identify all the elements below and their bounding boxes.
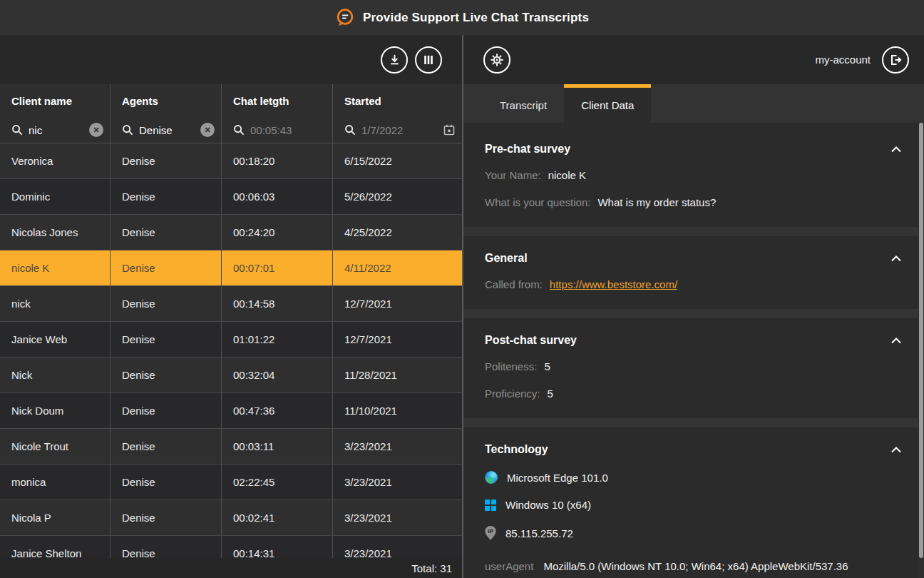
cell-started: 11/10/2021 (333, 393, 462, 428)
transcripts-panel: Client name Agents Chat letgth Started (0, 35, 463, 578)
section-separator (463, 227, 924, 236)
cell-client-name: monica (0, 465, 111, 500)
cell-started: 3/23/2021 (333, 500, 462, 535)
collapse-general-button[interactable] (890, 254, 903, 263)
cell-chat-length: 00:06:03 (222, 179, 333, 214)
cell-client-name: Nicole Trout (0, 429, 111, 464)
browser-row: Microsoft Edge 101.0 (485, 471, 903, 484)
columns-icon (422, 54, 435, 66)
search-icon (11, 124, 23, 136)
cell-client-name: nick (0, 286, 111, 321)
table-row[interactable]: Janice Web Denise 01:01:22 12/7/2021 (0, 322, 462, 358)
cell-started: 4/11/2022 (333, 250, 462, 285)
calendar-icon (443, 123, 456, 136)
field-value: 5 (548, 387, 553, 400)
edge-browser-icon (485, 471, 498, 484)
clear-agents-filter-button[interactable]: ✕ (200, 123, 215, 137)
field-label: Proficiency: (485, 387, 540, 400)
scrollbar-track[interactable] (918, 123, 924, 578)
table-row[interactable]: Nicolas Jones Denise 00:24:20 4/25/2022 (0, 215, 462, 250)
column-header-agents[interactable]: Agents (111, 84, 222, 117)
windows-icon (485, 500, 496, 511)
search-icon (122, 124, 133, 136)
agents-filter-input[interactable] (139, 124, 195, 136)
download-button[interactable] (381, 46, 408, 73)
column-header-started[interactable]: Started (333, 84, 462, 117)
table-row[interactable]: Dominic Denise 00:06:03 5/26/2022 (0, 179, 462, 215)
chevron-up-icon (891, 447, 901, 453)
date-picker-button[interactable] (443, 123, 456, 136)
table-row[interactable]: Veronica Denise 00:18:20 6/15/2022 (0, 143, 462, 179)
table-row[interactable]: Nick Denise 00:32:04 11/28/2021 (0, 358, 462, 393)
total-count: Total: 31 (411, 562, 452, 574)
details-toolbar: my-account (463, 35, 924, 84)
cell-started: 4/25/2022 (333, 215, 462, 250)
provide-support-logo-icon (335, 8, 354, 27)
called-from-link[interactable]: https://www.beststore.com/ (550, 278, 677, 290)
browser-value: Microsoft Edge 101.0 (507, 472, 608, 484)
cell-chat-length: 00:14:58 (222, 286, 333, 321)
svg-text:IP: IP (488, 529, 493, 534)
cell-client-name: Janice Web (0, 322, 111, 357)
cell-agent: Denise (111, 465, 222, 500)
cell-started: 11/28/2021 (333, 358, 462, 392)
cell-chat-length: 00:32:04 (222, 358, 333, 392)
cell-client-name: nicole K (0, 250, 111, 285)
cell-started: 3/23/2021 (333, 465, 462, 500)
section-separator (463, 418, 924, 427)
section-title: Pre-chat survey (485, 143, 570, 156)
details-tabs: Transcript Client Data (463, 84, 924, 123)
filter-row: ✕ ✕ (0, 117, 462, 143)
table-row[interactable]: nick Denise 00:14:58 12/7/2021 (0, 286, 462, 322)
transcripts-toolbar (0, 35, 462, 84)
collapse-technology-button[interactable] (890, 445, 903, 455)
tab-client-data[interactable]: Client Data (564, 84, 651, 123)
settings-button[interactable] (483, 46, 510, 73)
cell-client-name: Nick (0, 358, 111, 392)
chevron-up-icon (891, 338, 901, 344)
table-row[interactable]: Nicola P Denise 00:02:41 3/23/2021 (0, 500, 462, 536)
collapse-post-chat-button[interactable] (890, 336, 903, 345)
started-filter-input[interactable] (361, 124, 437, 136)
column-header-client-name[interactable]: Client name (0, 84, 111, 117)
field-row: Called from:https://www.beststore.com/ (485, 277, 903, 292)
cell-agent: Denise (111, 215, 222, 250)
cell-client-name: Nicola P (0, 500, 111, 535)
user-agent-row: userAgentMozilla/5.0 (Windows NT 10.0; W… (485, 557, 871, 578)
field-row: Proficiency:5 (485, 386, 903, 401)
collapse-pre-chat-button[interactable] (890, 145, 903, 154)
section-title: Technology (485, 443, 548, 456)
field-row: What is your question:What is my order s… (485, 195, 903, 210)
cell-chat-length: 00:02:41 (222, 500, 333, 535)
search-icon (344, 124, 356, 136)
logout-button[interactable] (882, 46, 909, 73)
columns-button[interactable] (415, 46, 442, 73)
app-title: Provide Support Live Chat Transcripts (363, 11, 589, 25)
cell-agent: Denise (111, 322, 222, 357)
table-row[interactable]: nicole K Denise 00:07:01 4/11/2022 (0, 250, 462, 286)
app-header: Provide Support Live Chat Transcripts (0, 0, 924, 35)
transcripts-table: Client name Agents Chat letgth Started (0, 84, 462, 578)
chevron-up-icon (891, 146, 901, 153)
cell-chat-length: 01:01:22 (222, 322, 333, 357)
chat-length-filter-input[interactable] (250, 124, 326, 136)
table-row[interactable]: Nicole Trout Denise 00:03:11 3/23/2021 (0, 429, 462, 465)
cell-chat-length: 02:22:45 (222, 465, 333, 500)
column-header-chat-length[interactable]: Chat letgth (222, 84, 333, 117)
table-row[interactable]: monica Denise 02:22:45 3/23/2021 (0, 465, 462, 500)
field-row: Your Name:nicole K (485, 168, 903, 183)
field-value: 5 (544, 360, 550, 372)
field-label: Politeness: (485, 360, 537, 372)
tab-transcript[interactable]: Transcript (483, 84, 564, 123)
details-panel: my-account Transcript Client Da (463, 35, 924, 578)
app-window: Provide Support Live Chat Transcripts (0, 0, 924, 578)
section-title: General (485, 252, 528, 265)
table-header: Client name Agents Chat letgth Started (0, 84, 462, 143)
account-area: my-account (815, 46, 909, 73)
user-agent-value: Mozilla/5.0 (Windows NT 10.0; Win64; x64… (485, 560, 848, 578)
client-name-filter-input[interactable] (29, 124, 83, 136)
scrollbar-thumb[interactable] (919, 123, 923, 558)
table-row[interactable]: Nick Doum Denise 00:47:36 11/10/2021 (0, 393, 462, 429)
field-label: What is your question: (485, 196, 590, 208)
clear-client-filter-button[interactable]: ✕ (89, 123, 103, 137)
